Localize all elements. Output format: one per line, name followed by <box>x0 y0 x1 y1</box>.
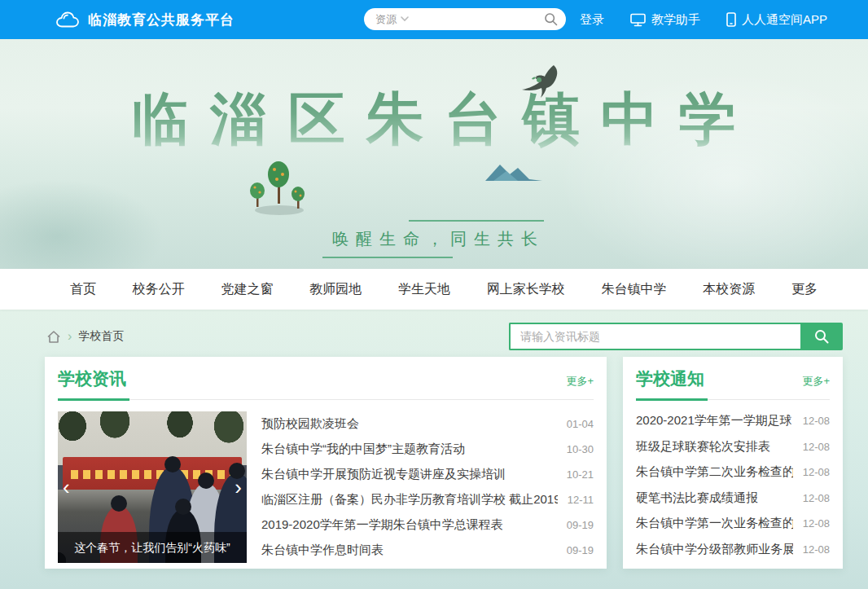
breadcrumb-current[interactable]: 学校首页 <box>78 329 124 344</box>
news-item-date: 10-21 <box>567 468 594 481</box>
news-panel: 学校资讯 更多+ <box>45 357 607 569</box>
brand-title: 临淄教育公共服务平台 <box>88 11 235 29</box>
news-panel-body: ‹ › 这个春节，让我们告别“火药味” 预防校园欺凌班会 01-04 <box>58 411 594 563</box>
nav-item[interactable]: 更多 <box>791 281 818 298</box>
news-panel-title: 学校资讯 <box>58 367 126 390</box>
nav-item[interactable]: 首页 <box>70 281 96 298</box>
nav-item[interactable]: 朱台镇中学 <box>602 281 667 298</box>
breadcrumb-row: › 学校首页 <box>0 310 868 350</box>
chevron-down-icon <box>401 16 409 22</box>
notice-item-date: 12-08 <box>803 492 830 504</box>
notice-item-title: 班级足球联赛轮次安排表 <box>636 439 793 455</box>
notice-item-date: 12-08 <box>803 466 830 478</box>
news-item-title: 临淄区注册（备案）民办非学历教育培训学校 截止2019 <box>261 492 558 508</box>
home-icon[interactable] <box>46 330 61 344</box>
news-item[interactable]: 临淄区注册（备案）民办非学历教育培训学校 截止2019 12-11 <box>261 487 594 512</box>
news-more-link[interactable]: 更多+ <box>566 374 594 389</box>
news-carousel[interactable]: ‹ › 这个春节，让我们告别“火药味” <box>58 411 247 563</box>
notice-panel-header: 学校通知 更多+ <box>636 367 830 390</box>
renrentong-app-link[interactable]: 人人通空间APP <box>726 12 827 28</box>
trees-illustration <box>247 160 312 218</box>
photo-red-banner <box>63 457 242 491</box>
slogan-text: 唤醒生命，同生共长 <box>332 228 536 250</box>
notice-panel: 学校通知 更多+ 2020-2021学年第一学期足球 12-08 班级足球联赛轮… <box>623 357 843 569</box>
login-link[interactable]: 登录 <box>580 12 604 28</box>
nav-item[interactable]: 教师园地 <box>309 281 362 298</box>
nav-item[interactable]: 本校资源 <box>703 281 755 298</box>
news-item-date: 09-19 <box>567 519 594 531</box>
slogan-bottom-line <box>322 257 453 258</box>
news-list: 预防校园欺凌班会 01-04 朱台镇中学“我的中国梦”主题教育活动 10-30 … <box>261 411 594 563</box>
news-item-date: 12-11 <box>568 494 594 506</box>
topbar-links: 登录 教学助手 人人通空间APP <box>580 0 827 39</box>
news-item-title: 朱台镇中学“我的中国梦”主题教育活动 <box>261 442 557 457</box>
news-item-title: 2019-2020学年第一学期朱台镇中学总课程表 <box>261 517 557 533</box>
news-item[interactable]: 朱台镇中学作息时间表 09-19 <box>261 538 594 563</box>
notice-item[interactable]: 朱台镇中学第二次业务检查的 12-08 <box>636 459 830 486</box>
carousel-prev-button[interactable]: ‹ <box>58 475 75 499</box>
teaching-assistant-link[interactable]: 教学助手 <box>630 12 700 28</box>
teaching-assistant-label: 教学助手 <box>651 12 700 28</box>
topbar: 临淄教育公共服务平台 资源 登录 <box>0 0 868 39</box>
renrentong-app-label: 人人通空间APP <box>742 12 827 28</box>
notice-item-date: 12-08 <box>803 415 830 427</box>
news-item-date: 01-04 <box>567 418 594 430</box>
main-nav: 首页 校务公开 党建之窗 教师园地 学生天地 网上家长学校 朱台镇中学 本校资源… <box>0 269 868 310</box>
slogan-top-line <box>409 220 544 222</box>
nav-item[interactable]: 网上家长学校 <box>487 281 565 298</box>
news-item-title: 朱台镇中学开展预防近视专题讲座及实操培训 <box>261 467 557 482</box>
notice-item-date: 12-08 <box>803 441 830 453</box>
news-item[interactable]: 预防校园欺凌班会 01-04 <box>261 411 594 437</box>
breadcrumb: › 学校首页 <box>46 329 124 344</box>
content-area: › 学校首页 学校资讯 更多+ <box>0 310 868 589</box>
cloud-logo-icon <box>55 11 80 29</box>
notice-item-date: 12-08 <box>803 543 830 556</box>
news-item-date: 09-19 <box>567 544 594 556</box>
news-panel-header: 学校资讯 更多+ <box>58 367 594 390</box>
notice-item-title: 硬笔书法比赛成绩通报 <box>636 490 793 506</box>
swallow-bird-icon <box>518 64 565 101</box>
nav-item[interactable]: 党建之窗 <box>221 281 274 298</box>
header-search[interactable]: 资源 <box>364 8 566 30</box>
news-item-title: 朱台镇中学作息时间表 <box>261 543 557 558</box>
login-label: 登录 <box>580 12 604 28</box>
smartphone-icon <box>726 12 736 27</box>
breadcrumb-chevron-icon: › <box>68 330 72 343</box>
notice-item[interactable]: 朱台镇中学分级部教师业务展 12-08 <box>636 537 830 563</box>
hero-banner: 临淄区朱台镇中学 <box>0 39 868 269</box>
notice-more-link[interactable]: 更多+ <box>802 374 830 389</box>
news-panel-divider <box>58 399 594 400</box>
notice-item-title: 朱台镇中学第二次业务检查的 <box>636 464 793 480</box>
notice-item[interactable]: 2020-2021学年第一学期足球 12-08 <box>636 408 830 434</box>
notice-item-title: 朱台镇中学第一次业务检查的 <box>636 516 793 531</box>
notice-item[interactable]: 硬笔书法比赛成绩通报 12-08 <box>636 486 830 512</box>
brand-logo[interactable]: 临淄教育公共服务平台 <box>55 0 235 39</box>
news-item[interactable]: 朱台镇中学“我的中国梦”主题教育活动 10-30 <box>261 437 594 462</box>
nav-item[interactable]: 学生天地 <box>398 281 450 298</box>
notice-panel-divider <box>636 399 830 400</box>
news-search-input[interactable] <box>509 323 800 350</box>
notice-item-date: 12-08 <box>803 517 830 530</box>
monitor-icon <box>630 13 646 27</box>
notice-item[interactable]: 朱台镇中学第一次业务检查的 12-08 <box>636 511 830 537</box>
notice-list: 2020-2021学年第一学期足球 12-08 班级足球联赛轮次安排表 12-0… <box>636 408 830 562</box>
notice-item-title: 朱台镇中学分级部教师业务展 <box>636 542 793 557</box>
nav-item[interactable]: 校务公开 <box>133 281 185 298</box>
news-item[interactable]: 2019-2020学年第一学期朱台镇中学总课程表 09-19 <box>261 512 594 538</box>
news-item[interactable]: 朱台镇中学开展预防近视专题讲座及实操培训 10-21 <box>261 462 594 487</box>
carousel-caption: 这个春节，让我们告别“火药味” <box>58 532 247 563</box>
page: 临淄教育公共服务平台 资源 登录 <box>0 0 868 589</box>
carousel-next-button[interactable]: › <box>230 475 247 499</box>
search-icon <box>814 329 829 344</box>
search-category-value: 资源 <box>375 12 397 27</box>
slogan-box: 唤醒生命，同生共长 <box>332 228 536 250</box>
mountains-illustration <box>485 161 542 182</box>
search-icon[interactable] <box>544 12 558 26</box>
news-search <box>509 323 843 350</box>
notice-panel-title: 学校通知 <box>636 367 704 390</box>
notice-item[interactable]: 班级足球联赛轮次安排表 12-08 <box>636 434 830 460</box>
news-search-button[interactable] <box>800 323 843 350</box>
search-category-dropdown[interactable]: 资源 <box>375 12 409 27</box>
panels: 学校资讯 更多+ <box>0 357 868 569</box>
news-item-date: 10-30 <box>567 443 594 455</box>
